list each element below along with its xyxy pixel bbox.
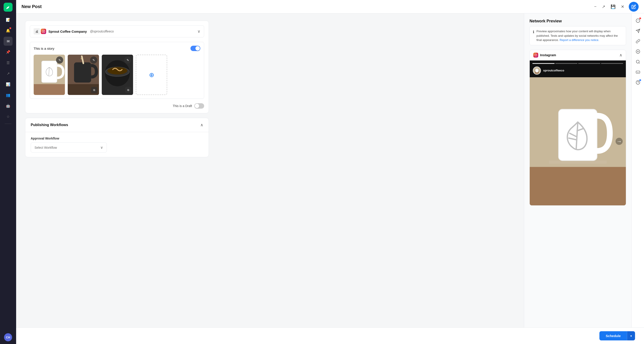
svg-point-38 [636,60,639,63]
media-edit-btn-2[interactable]: ✎ [90,56,97,64]
story-segment-1 [532,63,554,64]
story-segment-4 [601,63,623,64]
media-edit-btn-1[interactable]: ✎ [56,56,63,64]
account-handle: @sproutcoffeeco [90,29,114,33]
workflow-select-text: Select Workflow [34,146,57,149]
sidebar-item-star[interactable]: ☆ [4,112,12,121]
story-header: This is a story [34,46,200,51]
media-copy-btn-2[interactable]: ⧉ [91,87,97,93]
media-copy-btn-3[interactable]: ⧉ [125,87,131,93]
preview-instagram-icon [533,53,538,57]
media-item-2: ✎ ⧉ [68,55,99,95]
svg-rect-25 [559,109,597,161]
sidebar-item-send[interactable]: ↗ [4,69,12,78]
ig-story-bar [530,60,626,65]
report-link[interactable]: Report a difference you notice. [560,38,599,42]
story-label: This is a story [34,46,54,50]
story-segment-3 [578,63,600,64]
svg-rect-0 [42,30,45,33]
preview-network-label: Instagram [540,53,556,57]
main-content: New Post − ↗ 💾 ✕ 🖨 [16,0,644,344]
draft-toggle[interactable] [194,103,204,109]
right-search-icon[interactable] [634,57,642,66]
bottom-bar: Schedule ▾ [16,328,644,344]
info-icon: ℹ [533,29,534,42]
toggle-thumb [196,46,200,51]
preview-network-name: Instagram [533,53,556,57]
svg-point-1 [43,31,44,32]
sidebar-divider [5,124,12,124]
sidebar-item-inbox[interactable]: ✉ [4,37,12,46]
account-icons: 🖨 [34,28,46,34]
sidebar-item-notifications[interactable]: 🔔 [4,26,12,35]
workflows-card: Publishing Workflows ∧ Approval Workflow… [25,118,209,157]
sidebar-item-compose[interactable]: 📝 [4,15,12,24]
preview-network-header[interactable]: Instagram ∧ [530,50,626,60]
sidebar-item-bot[interactable]: 🤖 [4,101,12,110]
ig-username: sproutcoffeeco [543,69,564,72]
help-dot [639,79,641,81]
svg-rect-4 [34,84,65,95]
ig-story-image: → [530,77,626,205]
story-section: This is a story [30,42,204,99]
header-actions: − ↗ 💾 ✕ [593,2,638,12]
save-button[interactable]: 💾 [610,3,616,10]
right-link-icon[interactable] [634,37,642,46]
schedule-dropdown-button[interactable]: ▾ [627,331,635,341]
close-button[interactable]: ✕ [620,3,625,10]
svg-point-17 [535,55,536,55]
left-sidebar: 📝 🔔 ✉ 📌 ☰ ↗ 📊 👥 🤖 ☆ CH [0,0,16,344]
svg-rect-16 [535,54,537,56]
minimize-button[interactable]: − [593,3,598,10]
preview-collapse-icon: ∧ [619,53,622,57]
alert-dot [639,17,641,19]
preview-title: Network Preview [530,19,626,23]
schedule-button[interactable]: Schedule [600,331,627,341]
account-chevron-icon: ∨ [198,29,200,34]
ig-story-header: sproutcoffeeco [530,65,626,77]
workflows-header[interactable]: Publishing Workflows ∧ [25,118,208,132]
svg-point-2 [44,30,44,31]
right-keyboard-icon[interactable] [634,68,642,77]
right-help-icon[interactable] [634,78,642,87]
svg-line-11 [81,58,81,59]
svg-rect-9 [74,62,91,83]
svg-rect-23 [530,167,626,205]
svg-point-15 [108,67,128,74]
approval-workflow-label: Approval Workflow [31,137,203,140]
editor-panel: 🖨 Sprout Coffee Company @sproutcoffeeco [16,13,524,328]
draft-label: This is a Draft [173,104,192,108]
account-selector[interactable]: 🖨 Sprout Coffee Company @sproutcoffeeco [30,25,204,37]
sidebar-item-pin[interactable]: 📌 [4,47,12,56]
user-avatar[interactable]: CH [4,333,12,341]
right-sidebar [632,13,644,328]
workflows-body: Approval Workflow Select Workflow ∨ [25,132,208,157]
add-media-button[interactable]: ⊕ [136,55,167,95]
post-editor-card: 🖨 Sprout Coffee Company @sproutcoffeeco [25,20,209,113]
compose-button[interactable] [629,2,638,12]
right-alert-icon[interactable] [634,16,642,25]
right-send-icon[interactable] [634,26,642,35]
right-add-icon[interactable] [634,47,642,56]
svg-line-39 [638,63,640,64]
sidebar-item-analytics[interactable]: 📊 [4,80,12,89]
media-edit-btn-3[interactable]: ✎ [124,56,131,64]
sidebar-item-list[interactable]: ☰ [4,58,12,67]
workflows-chevron-icon: ∧ [200,122,203,127]
svg-rect-5 [42,61,57,83]
app-logo[interactable] [4,3,12,12]
ig-story-mock: sproutcoffeeco [530,60,626,205]
svg-rect-40 [636,71,640,73]
story-toggle[interactable] [190,46,200,51]
preview-network: Instagram ∧ [530,50,626,206]
preview-panel: Network Preview ℹ Preview approximates h… [524,13,632,328]
sidebar-item-team[interactable]: 👥 [4,90,12,99]
ig-nav-arrow[interactable]: → [616,138,623,145]
workflow-select[interactable]: Select Workflow ∨ [31,142,107,153]
preview-notice: ℹ Preview approximates how your content … [530,26,626,45]
media-grid: ✎ [34,55,200,95]
expand-button[interactable]: ↗ [601,3,606,10]
draft-row: This is a Draft [30,103,204,109]
svg-point-18 [536,54,537,55]
content-split: 🖨 Sprout Coffee Company @sproutcoffeeco [16,13,644,328]
